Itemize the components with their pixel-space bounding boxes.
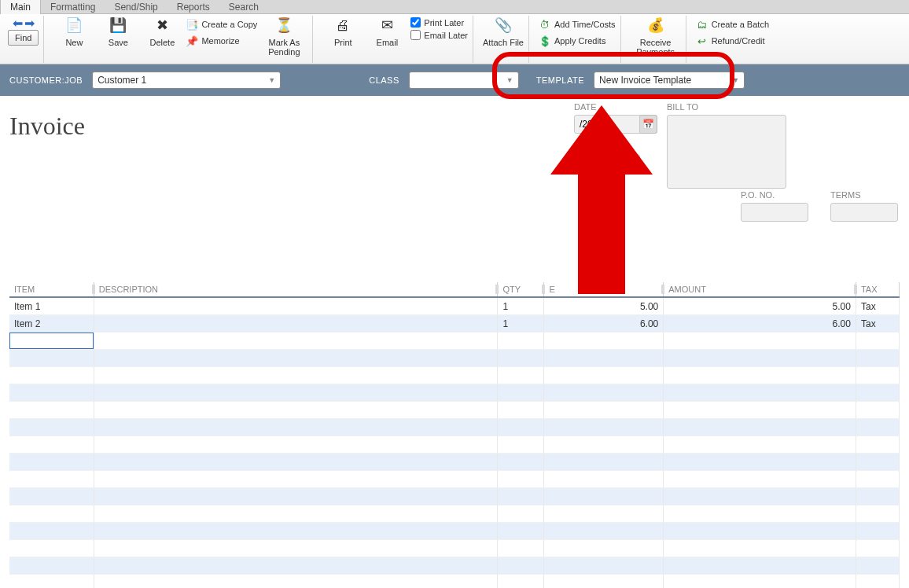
memorize-icon: 📌 — [186, 35, 198, 47]
tab-main[interactable]: Main — [0, 0, 41, 14]
chevron-down-icon: ▼ — [268, 76, 275, 84]
email-later-check[interactable]: Email Later — [410, 30, 468, 40]
chevron-down-icon: ▼ — [506, 76, 513, 84]
create-batch-button[interactable]: 🗂 Create a Batch — [696, 17, 769, 31]
table-header: ITEM DESCRIPTION QTY E AMOUNT TAX — [9, 282, 900, 298]
table-row[interactable] — [9, 367, 900, 384]
email-button[interactable]: ✉ Email — [366, 16, 407, 47]
table-row[interactable] — [9, 384, 900, 402]
table-row[interactable] — [9, 350, 900, 367]
print-later-check[interactable]: Print Later — [410, 17, 468, 28]
table-row[interactable] — [9, 540, 900, 557]
table-row[interactable] — [9, 488, 900, 505]
new-button[interactable]: 📄 New — [53, 16, 94, 47]
template-label: TEMPLATE — [536, 75, 584, 85]
attach-file-button[interactable]: 📎 Attach File — [483, 16, 524, 47]
save-button[interactable]: 💾 Save — [98, 16, 138, 47]
annotation-arrow — [550, 105, 653, 294]
customer-label: CUSTOMER:JOB — [9, 75, 83, 85]
nav-prev-icon[interactable]: ⬅ — [13, 16, 23, 31]
table-row[interactable] — [9, 471, 900, 488]
table-row[interactable] — [9, 436, 900, 454]
table-row[interactable] — [9, 557, 900, 575]
delete-icon: ✖ — [153, 17, 171, 35]
delete-button[interactable]: ✖ Delete — [142, 16, 182, 47]
table-row[interactable] — [9, 523, 900, 540]
batch-icon: 🗂 — [696, 18, 708, 31]
table-row[interactable]: Item 1 1 5.00 5.00 Tax — [9, 298, 900, 315]
col-qty[interactable]: QTY — [498, 282, 544, 296]
class-label: CLASS — [369, 75, 399, 85]
class-dropdown[interactable]: ▼ — [409, 72, 519, 89]
menu-bar: Main Formatting Send/Ship Reports Search — [0, 0, 909, 14]
terms-label: TERMS — [830, 190, 898, 200]
table-row[interactable] — [9, 419, 900, 436]
col-description[interactable]: DESCRIPTION — [94, 282, 499, 296]
table-row[interactable]: Item 2 1 6.00 6.00 Tax — [9, 315, 900, 333]
template-dropdown[interactable]: New Invoice Template ▼ — [594, 72, 745, 89]
billto-label: BILL TO — [667, 102, 786, 112]
terms-input[interactable] — [830, 203, 898, 222]
attach-icon: 📎 — [495, 17, 512, 35]
tab-formatting[interactable]: Formatting — [41, 0, 105, 14]
table-row[interactable] — [9, 333, 900, 350]
billto-box[interactable] — [667, 115, 786, 189]
create-copy-button[interactable]: 📑 Create a Copy — [186, 17, 257, 31]
time-icon: ⏱ — [539, 18, 551, 31]
email-icon: ✉ — [378, 17, 396, 35]
table-row[interactable] — [9, 575, 900, 588]
chevron-down-icon: ▼ — [732, 76, 739, 84]
refund-credit-button[interactable]: ↩ Refund/Credit — [696, 34, 769, 48]
receive-icon: 💰 — [647, 17, 664, 35]
add-time-costs-button[interactable]: ⏱ Add Time/Costs — [539, 17, 616, 31]
table-row[interactable] — [9, 505, 900, 523]
col-tax[interactable]: TAX — [856, 282, 900, 296]
receive-payments-button[interactable]: 💰 Receive Payments — [631, 16, 681, 57]
print-button[interactable]: 🖨 Print — [322, 16, 363, 47]
col-amount[interactable]: AMOUNT — [664, 282, 856, 296]
col-item[interactable]: ITEM — [9, 282, 94, 296]
tab-reports[interactable]: Reports — [167, 0, 219, 14]
customer-dropdown[interactable]: Customer 1 ▼ — [92, 72, 281, 89]
table-row[interactable] — [9, 454, 900, 471]
print-icon: 🖨 — [334, 17, 351, 35]
find-button[interactable]: Find — [8, 30, 39, 46]
ribbon: ⬅ ➡ Find 📄 New 💾 Save ✖ Delete 📑 Create … — [0, 14, 909, 64]
credits-icon: 💲 — [539, 35, 551, 47]
pono-input[interactable] — [741, 203, 808, 222]
apply-credits-button[interactable]: 💲 Apply Credits — [539, 34, 616, 48]
memorize-button[interactable]: 📌 Memorize — [186, 34, 257, 48]
pending-icon: ⏳ — [275, 17, 293, 35]
nav-next-icon[interactable]: ➡ — [24, 16, 35, 31]
save-icon: 💾 — [109, 17, 127, 35]
copy-icon: 📑 — [186, 18, 198, 31]
selector-bar: CUSTOMER:JOB Customer 1 ▼ CLASS ▼ TEMPLA… — [0, 64, 909, 96]
tab-search[interactable]: Search — [219, 0, 268, 14]
new-icon: 📄 — [65, 17, 83, 35]
svg-marker-0 — [550, 105, 653, 294]
pono-label: P.O. NO. — [741, 190, 808, 200]
table-row[interactable] — [9, 402, 900, 419]
line-item-table: ITEM DESCRIPTION QTY E AMOUNT TAX Item 1… — [9, 282, 900, 588]
refund-icon: ↩ — [696, 35, 708, 47]
mark-pending-button[interactable]: ⏳ Mark As Pending — [260, 16, 307, 57]
invoice-body: Invoice DATE 📅 E # BILL TO P.O. NO. TERM… — [0, 96, 909, 588]
tab-sendship[interactable]: Send/Ship — [105, 0, 167, 14]
